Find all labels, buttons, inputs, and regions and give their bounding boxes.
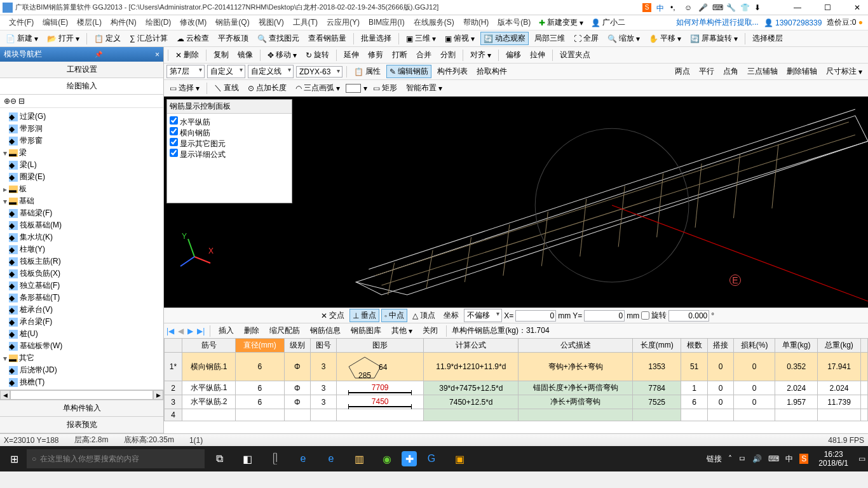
menu-tool[interactable]: 工具(T) <box>289 16 322 29</box>
extend-button[interactable]: 延伸 <box>341 48 362 62</box>
3ptaux-button[interactable]: 三点辅轴 <box>744 65 781 78</box>
ime-icon[interactable]: S <box>642 3 651 12</box>
pan-button[interactable]: ✋ 平移 ▾ <box>646 32 684 45</box>
notif-icon[interactable]: ▭ <box>858 454 865 463</box>
table-row[interactable]: 1*横向钢筋.16Φ36428511.9*d+1210+11.9*d弯钩+净长+… <box>165 353 868 381</box>
menu-online[interactable]: 在线服务(S) <box>410 16 458 29</box>
table-row[interactable]: 2水平纵筋.16Φ3770939*d+7475+12.5*d锚固长度+净长+两倍… <box>165 381 868 395</box>
menu-rebar[interactable]: 钢筋量(Q) <box>212 16 253 29</box>
rot-input[interactable] <box>668 310 709 322</box>
tree-node[interactable]: ▾▬梁 <box>1 147 162 159</box>
close-button[interactable]: ✕ <box>849 3 865 12</box>
tray-vol-icon[interactable]: 🔊 <box>752 454 762 463</box>
ime-toolbar[interactable]: S 中 •, ☺ 🎤 ⌨ 🔧 👕 ⬇ <box>642 3 763 12</box>
minimize-button[interactable]: — <box>789 3 806 12</box>
snap-perp[interactable]: ⊥ 垂点 <box>349 309 379 322</box>
tree-node[interactable]: ◆柱墩(Y) <box>1 243 162 255</box>
split-button[interactable]: 分割 <box>437 48 459 62</box>
tree-node[interactable]: ◆过梁(G) <box>1 111 162 123</box>
zoom-button[interactable]: 🔍 缩放 ▾ <box>604 32 643 45</box>
tree-node[interactable]: ◆基础板带(W) <box>1 340 162 352</box>
sub-select[interactable]: 自定义线 <box>248 65 294 78</box>
new-change-button[interactable]: ✚新建变更 ▾ <box>536 16 587 29</box>
tree-node[interactable]: ◆集水坑(K) <box>1 231 162 243</box>
align-button[interactable]: 对齐 ▾ <box>467 48 494 62</box>
sum-button[interactable]: ∑ 汇总计算 <box>126 32 171 45</box>
prop-button[interactable]: 📋 属性 <box>351 65 384 78</box>
nav-first[interactable]: |◀ <box>166 327 174 336</box>
tree[interactable]: ◆过梁(G)◆带形洞◆带形窗▾▬梁◆梁(L)◆圈梁(E)▸▬板▾▬基础◆基础梁(… <box>0 108 163 390</box>
snap-vert[interactable]: △ 顶点 <box>409 309 438 322</box>
tree-node[interactable]: ▾▬基础 <box>1 195 162 207</box>
tray-ime-icon[interactable]: 中 <box>785 454 793 464</box>
ptlen-button[interactable]: ⊙ 点加长度 <box>245 81 290 95</box>
grip-button[interactable]: 设置夹点 <box>557 48 593 62</box>
memberlist-button[interactable]: 构件列表 <box>434 65 471 78</box>
flattop-button[interactable]: 平齐板顶 <box>215 32 252 45</box>
tree-node[interactable]: ◆筏板负筋(X) <box>1 268 162 280</box>
topview-button[interactable]: ▣ 俯视 ▾ <box>442 32 478 45</box>
color-swatch[interactable] <box>346 84 361 93</box>
snap-int[interactable]: ✕ 交点 <box>318 309 348 322</box>
ie-icon[interactable]: e <box>318 449 344 469</box>
offset-mode[interactable]: 不偏移 <box>464 309 502 322</box>
menu-cloud[interactable]: 云应用(Y) <box>323 16 363 29</box>
tray-kbd-icon[interactable]: ⌨ <box>768 454 779 463</box>
parallel-button[interactable]: 平行 <box>696 65 717 78</box>
delaux-button[interactable]: 删除辅轴 <box>783 65 820 78</box>
tree-node[interactable]: ◆独立基础(F) <box>1 280 162 292</box>
help-link[interactable]: 如何对单构件进行提取... <box>676 17 759 28</box>
ime-cn-icon[interactable]: 中 <box>656 3 665 12</box>
tree-node[interactable]: ◆桩(U) <box>1 328 162 340</box>
nav-next[interactable]: ▶ <box>187 327 193 336</box>
tree-node[interactable]: ◆承台梁(F) <box>1 316 162 328</box>
tab-report[interactable]: 报表预览 <box>0 417 163 433</box>
tray-sogou-icon[interactable]: S <box>799 454 808 464</box>
menu-version[interactable]: 版本号(B) <box>494 16 534 29</box>
break-button[interactable]: 打断 <box>389 48 410 62</box>
taskview-icon[interactable]: ⧉ <box>206 449 233 469</box>
maximize-button[interactable]: ☐ <box>819 3 836 12</box>
sidebar-close-icon[interactable]: × <box>155 50 159 59</box>
arc3-button[interactable]: ◠ 三点画弧 ▾ <box>292 81 343 95</box>
other-menu[interactable]: 其他 ▾ <box>388 324 416 337</box>
rebar-grid[interactable]: 筋号直径(mm)级别图号图形计算公式公式描述长度(mm)根数搭接损耗(%)单重(… <box>164 338 868 433</box>
code-select[interactable]: ZDYX-63 <box>296 66 342 78</box>
pick-button[interactable]: 拾取构件 <box>473 65 510 78</box>
start-button[interactable]: ⊞ <box>3 449 25 469</box>
dim-button[interactable]: 尺寸标注 ▾ <box>823 65 865 78</box>
rect-button[interactable]: ▭ 矩形 <box>370 81 400 95</box>
account-label[interactable]: 👤 13907298339 <box>764 18 822 27</box>
taskbar-search[interactable]: ○ 在这里输入你想要搜索的内容 <box>27 449 205 468</box>
sidebar-hscroll[interactable]: ◀▶ <box>0 390 163 400</box>
explorer-icon[interactable]: ▥ <box>346 449 372 469</box>
tray-net-icon[interactable]: ㅁ <box>738 454 746 464</box>
line-button[interactable]: ＼ 直线 <box>211 81 242 95</box>
clock[interactable]: 16:232018/6/1 <box>815 450 852 468</box>
tab-single[interactable]: 单构件输入 <box>0 400 163 417</box>
tray-up-icon[interactable]: ˄ <box>728 454 732 463</box>
menu-bim[interactable]: BIM应用(I) <box>365 16 409 29</box>
menu-modify[interactable]: 修改(M) <box>176 16 210 29</box>
app6-icon[interactable]: ▣ <box>446 449 473 469</box>
ime-kbd-icon[interactable]: ⌨ <box>712 3 721 12</box>
app3-icon[interactable]: ◉ <box>374 449 400 469</box>
nav-prev[interactable]: ◀ <box>178 327 184 336</box>
menu-edit[interactable]: 编辑(E) <box>39 16 72 29</box>
table-row[interactable]: 4 <box>165 409 868 421</box>
rebar-lib[interactable]: 钢筋图库 <box>348 324 384 337</box>
tree-node[interactable]: ◆筏板基础(M) <box>1 219 162 231</box>
tree-node[interactable]: ◆后浇带(JD) <box>1 364 162 376</box>
editrebar-button[interactable]: ✎ 编辑钢筋 <box>386 65 431 78</box>
ptang-button[interactable]: 点角 <box>720 65 742 78</box>
tree-node[interactable]: ◆带形窗 <box>1 135 162 147</box>
menu-member[interactable]: 构件(N) <box>107 16 140 29</box>
nav-last[interactable]: ▶| <box>197 327 205 336</box>
rot-check[interactable] <box>641 311 649 320</box>
open-button[interactable]: 📂 打开 ▾ <box>44 32 83 45</box>
sidebar-tools[interactable]: ⊕⊖ ⊟ <box>0 95 163 108</box>
insert-row[interactable]: 插入 <box>215 324 237 337</box>
fullscreen-button[interactable]: ⛶ 全屏 <box>571 32 602 45</box>
y-input[interactable] <box>584 310 625 322</box>
mirror-button[interactable]: 镜像 <box>234 48 256 62</box>
